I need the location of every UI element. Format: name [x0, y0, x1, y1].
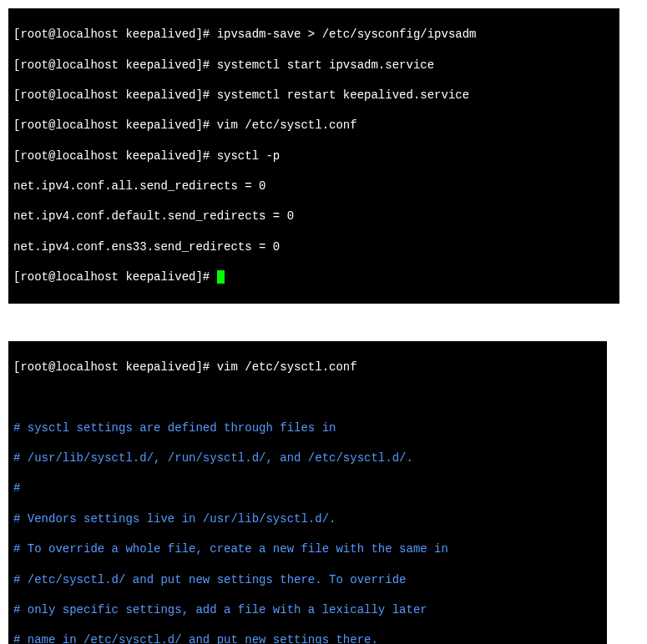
cursor-block [217, 270, 225, 284]
prompt: [root@localhost keepalived]# [13, 360, 217, 374]
comment-line: # To override a whole file, create a new… [13, 541, 602, 556]
command: systemctl start ipvsadm.service [217, 58, 434, 72]
comment-line: # /etc/sysctl.d/ and put new settings th… [13, 572, 602, 587]
prompt: [root@localhost keepalived]# [13, 58, 217, 72]
comment-line: # /usr/lib/sysctl.d/, /run/sysctl.d/, an… [13, 450, 602, 465]
prompt: [root@localhost keepalived]# [13, 28, 217, 41]
terminal-block-1: [root@localhost keepalived]# ipvsadm-sav… [8, 8, 619, 304]
command: ipvsadm-save > /etc/sysconfig/ipvsadm [217, 28, 477, 41]
command: sysctl -p [217, 149, 281, 163]
command: systemctl restart keepalived.service [217, 88, 469, 102]
comment-line: # Vendors settings live in /usr/lib/sysc… [13, 511, 602, 526]
prompt: [root@localhost keepalived]# [13, 118, 217, 132]
comment-line: # name in /etc/sysctl.d/ and put new set… [13, 632, 602, 644]
prompt: [root@localhost keepalived]# [13, 149, 217, 163]
output-line: net.ipv4.conf.default.send_redirects = 0 [13, 209, 614, 224]
prompt: [root@localhost keepalived]# [13, 88, 217, 102]
terminal-block-2: [root@localhost keepalived]# vim /etc/sy… [8, 341, 607, 644]
prompt: [root@localhost keepalived]# [13, 270, 217, 284]
comment-line: # only specific settings, add a file wit… [13, 602, 602, 617]
comment-line: # sysctl settings are defined through fi… [13, 420, 602, 435]
command: vim /etc/sysctl.conf [217, 360, 357, 374]
comment-line: # [13, 480, 602, 496]
output-line: net.ipv4.conf.all.send_redirects = 0 [13, 179, 614, 194]
command: vim /etc/sysctl.conf [217, 118, 357, 132]
output-line: net.ipv4.conf.ens33.send_redirects = 0 [13, 239, 614, 254]
